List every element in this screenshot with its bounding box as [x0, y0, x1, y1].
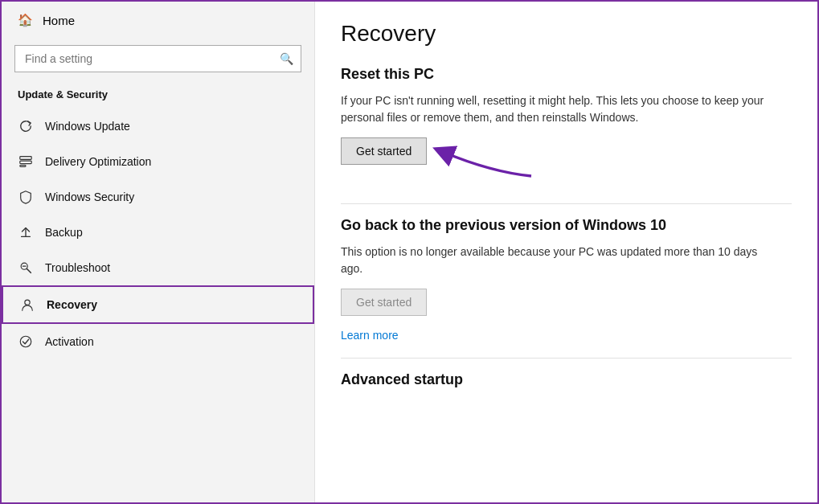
home-icon: 🏠 [18, 13, 33, 27]
goback-get-started-button: Get started [341, 289, 427, 316]
troubleshoot-icon [18, 260, 34, 276]
reset-section-heading: Reset this PC [341, 66, 792, 83]
windows-security-icon [18, 189, 34, 205]
sidebar: 🏠 Home 🔍 Update & Security Windows Updat… [2, 2, 315, 502]
sidebar-item-recovery[interactable]: Recovery [2, 285, 314, 324]
windows-update-icon [18, 118, 34, 134]
sidebar-item-windows-security[interactable]: Windows Security [2, 179, 314, 215]
sidebar-item-backup[interactable]: Backup [2, 215, 314, 250]
svg-point-9 [20, 336, 31, 347]
svg-point-8 [25, 300, 30, 305]
reset-get-started-button[interactable]: Get started [341, 137, 427, 165]
svg-rect-0 [20, 157, 31, 160]
main-content: Recovery Reset this PC If your PC isn't … [315, 2, 817, 502]
sidebar-item-windows-update[interactable]: Windows Update [2, 109, 314, 144]
section-title: Update & Security [2, 82, 314, 109]
get-started-container: Get started [341, 137, 427, 184]
annotation-arrow [427, 132, 539, 180]
svg-rect-2 [20, 166, 26, 167]
delivery-optimization-icon [18, 154, 34, 170]
activation-label: Activation [45, 335, 94, 348]
sidebar-item-delivery-optimization[interactable]: Delivery Optimization [2, 144, 314, 179]
goback-section-heading: Go back to the previous version of Windo… [341, 217, 792, 234]
advanced-startup-heading: Advanced startup [341, 371, 792, 388]
svg-rect-1 [20, 161, 31, 164]
troubleshoot-label: Troubleshoot [45, 261, 110, 274]
sidebar-item-troubleshoot[interactable]: Troubleshoot [2, 250, 314, 285]
svg-line-6 [27, 269, 31, 273]
activation-icon [18, 334, 34, 350]
goback-section-description: This option is no longer available becau… [341, 244, 775, 277]
backup-icon [18, 224, 34, 240]
divider-2 [341, 358, 792, 359]
home-label: Home [43, 14, 75, 27]
search-icon: 🔍 [280, 52, 293, 65]
sidebar-item-activation[interactable]: Activation [2, 324, 314, 359]
delivery-optimization-label: Delivery Optimization [45, 155, 151, 168]
reset-section-description: If your PC isn't running well, resetting… [341, 92, 775, 126]
home-item[interactable]: 🏠 Home [2, 2, 314, 39]
search-input[interactable] [14, 45, 301, 72]
windows-update-label: Windows Update [45, 120, 130, 133]
divider-1 [341, 203, 792, 204]
recovery-icon [19, 297, 35, 313]
page-title: Recovery [341, 21, 792, 47]
recovery-label: Recovery [47, 298, 97, 311]
windows-security-label: Windows Security [45, 191, 134, 203]
learn-more-link[interactable]: Learn more [341, 329, 792, 342]
backup-label: Backup [45, 226, 83, 239]
search-box: 🔍 [14, 45, 301, 72]
